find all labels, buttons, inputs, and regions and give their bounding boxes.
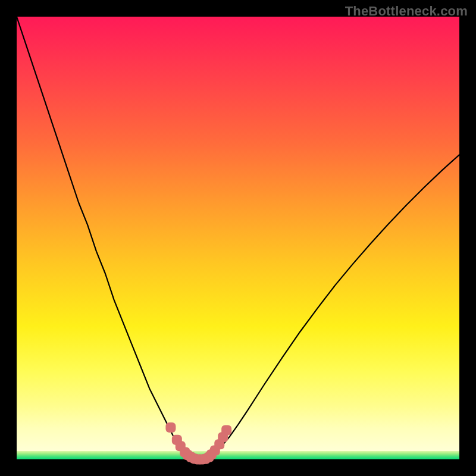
- plot-area: [17, 17, 459, 459]
- chart-frame: TheBottleneck.com: [0, 0, 476, 476]
- curve-line: [17, 17, 459, 459]
- bottleneck-curve: [17, 17, 459, 459]
- curve-marker: [221, 425, 231, 435]
- curve-marker: [165, 422, 176, 433]
- curve-markers: [165, 422, 231, 465]
- attribution-text: TheBottleneck.com: [345, 4, 468, 19]
